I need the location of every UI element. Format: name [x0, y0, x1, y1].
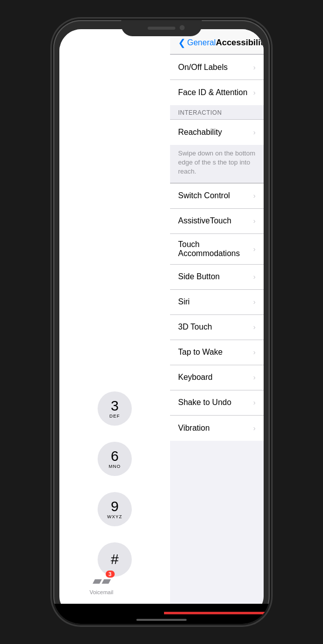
key-9[interactable]: 9 WXYZ [98, 492, 132, 526]
faceid-label: Face ID & Attention [178, 88, 249, 97]
keyboard-label: Keyboard [178, 373, 249, 382]
settings-item-switch-control[interactable]: Switch Control › [170, 184, 264, 209]
chevron-right-icon: › [253, 298, 256, 306]
notch [121, 20, 202, 36]
red-arrow-indicator [164, 607, 270, 619]
chevron-right-icon: › [253, 373, 256, 381]
keypad-keys: 3 DEF 6 MNO 9 WXYZ # [98, 391, 132, 583]
side-button-label: Side Button [178, 272, 249, 281]
settings-item-vibration[interactable]: Vibration › [170, 416, 264, 441]
left-panel-keypad: 3 DEF 6 MNO 9 WXYZ # ▰▰ 3 [59, 29, 170, 618]
arrow-line [164, 612, 270, 614]
settings-item-3d-touch[interactable]: 3D Touch › [170, 315, 264, 340]
onoff-labels-label: On/Off Labels [178, 63, 249, 72]
chevron-right-icon: › [253, 192, 256, 200]
interaction-section-header: INTERACTION [170, 105, 264, 119]
chevron-right-icon: › [253, 89, 256, 97]
bottom-bar [53, 604, 270, 624]
chevron-right-icon: › [253, 245, 256, 253]
back-label: General [187, 38, 216, 47]
voicemail-badge: 3 [106, 571, 115, 578]
phone-frame: 3 DEF 6 MNO 9 WXYZ # ▰▰ 3 [53, 20, 270, 624]
reachability-description: Swipe down on the bottom edge of the s t… [170, 145, 264, 183]
tap-to-wake-label: Tap to Wake [178, 348, 249, 357]
switch-control-label: Switch Control [178, 191, 249, 200]
interaction-settings-group: Switch Control › AssistiveTouch › Touch … [170, 183, 264, 441]
back-button[interactable]: ❮ General [178, 37, 216, 48]
settings-item-onoff-labels[interactable]: On/Off Labels › [170, 55, 264, 80]
chevron-right-icon: › [253, 217, 256, 225]
settings-item-assistivetouch[interactable]: AssistiveTouch › [170, 209, 264, 234]
screen: 3 DEF 6 MNO 9 WXYZ # ▰▰ 3 [59, 29, 264, 618]
home-indicator[interactable] [136, 619, 187, 621]
reachability-label: Reachability [178, 128, 249, 137]
top-settings-group: On/Off Labels › Face ID & Attention › [170, 54, 264, 105]
voicemail-button[interactable]: ▰▰ 3 [93, 574, 111, 588]
siri-label: Siri [178, 297, 249, 306]
settings-item-faceid[interactable]: Face ID & Attention › [170, 80, 264, 105]
key-6[interactable]: 6 MNO [98, 442, 132, 476]
chevron-right-icon: › [253, 424, 256, 432]
chevron-left-icon: ❮ [178, 37, 186, 48]
3d-touch-label: 3D Touch [178, 323, 249, 332]
settings-item-side-button[interactable]: Side Button › [170, 265, 264, 290]
key-hash[interactable]: # [98, 542, 132, 577]
chevron-right-icon: › [253, 398, 256, 407]
chevron-right-icon: › [253, 273, 256, 281]
touch-accommodations-label: Touch Accommodations [178, 240, 249, 258]
chevron-right-icon: › [253, 128, 256, 136]
camera [180, 25, 185, 30]
key-3[interactable]: 3 DEF [98, 391, 132, 426]
vibration-label: Vibration [178, 424, 249, 433]
settings-item-siri[interactable]: Siri › [170, 290, 264, 315]
settings-item-tap-to-wake[interactable]: Tap to Wake › [170, 340, 264, 365]
settings-item-reachability[interactable]: Reachability › [170, 120, 264, 145]
shake-to-undo-label: Shake to Undo [178, 398, 249, 407]
chevron-right-icon: › [253, 63, 256, 71]
voicemail-area: ▰▰ 3 Voicemail [90, 574, 113, 595]
assistivetouch-label: AssistiveTouch [178, 216, 249, 225]
speaker [148, 27, 176, 30]
voicemail-label: Voicemail [90, 589, 113, 595]
settings-item-touch-accommodations[interactable]: Touch Accommodations › [170, 234, 264, 265]
settings-item-keyboard[interactable]: Keyboard › [170, 365, 264, 390]
chevron-right-icon: › [253, 348, 256, 356]
reachability-group: Reachability › [170, 119, 264, 145]
settings-item-shake-to-undo[interactable]: Shake to Undo › [170, 390, 264, 416]
chevron-right-icon: › [253, 323, 256, 331]
page-title: Accessibility [216, 38, 264, 48]
right-panel-settings: ❮ General Accessibility On/Off Labels › … [170, 29, 264, 618]
settings-list[interactable]: On/Off Labels › Face ID & Attention › IN… [170, 54, 264, 618]
